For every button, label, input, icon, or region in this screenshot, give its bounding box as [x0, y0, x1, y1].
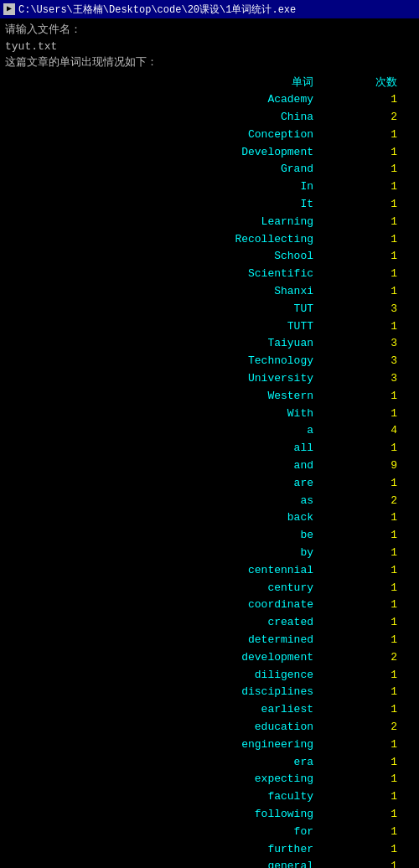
word-cell: engineering — [196, 736, 313, 754]
count-cell: 1 — [364, 266, 397, 283]
result-header: 这篇文章的单词出现情况如下： — [5, 54, 414, 71]
word-cell: Grand — [196, 161, 313, 178]
word-cell: Taiyuan — [196, 335, 313, 353]
word-cell: by — [196, 545, 313, 562]
count-cell: 3 — [364, 335, 397, 353]
table-row: education2 — [5, 719, 414, 736]
word-cell: be — [196, 527, 313, 545]
word-cell: expecting — [196, 771, 313, 788]
prompt-line: 请输入文件名： — [5, 22, 414, 39]
count-cell: 1 — [364, 440, 397, 457]
word-cell: In — [196, 178, 313, 196]
filename-text: tyut.txt — [5, 40, 57, 53]
table-row: With1 — [5, 406, 414, 423]
count-cell: 1 — [364, 701, 397, 719]
table-row: determined1 — [5, 632, 414, 649]
word-cell: education — [196, 719, 313, 736]
count-cell: 1 — [364, 597, 397, 614]
word-cell: disciplines — [196, 684, 313, 701]
count-cell: 1 — [364, 824, 397, 841]
word-cell: back — [196, 509, 313, 527]
count-cell: 1 — [364, 214, 397, 231]
table-row: It1 — [5, 196, 414, 214]
count-cell: 1 — [364, 91, 397, 109]
table-row: School1 — [5, 248, 414, 266]
count-cell: 1 — [364, 178, 397, 196]
app-icon: ▶ — [3, 3, 15, 15]
table-row: In1 — [5, 178, 414, 196]
word-cell: TUT — [196, 301, 313, 318]
count-cell: 1 — [364, 527, 397, 545]
word-cell: With — [196, 406, 313, 423]
table-row: Conception1 — [5, 127, 414, 144]
word-cell: Development — [196, 144, 313, 162]
word-cell: are — [196, 475, 313, 493]
count-cell: 1 — [364, 545, 397, 562]
table-row: by1 — [5, 545, 414, 562]
input-line: tyut.txt — [5, 39, 414, 55]
word-cell: Academy — [196, 91, 313, 109]
table-row: following1 — [5, 806, 414, 824]
word-cell: all — [196, 440, 313, 457]
prompt-text: 请输入文件名： — [5, 23, 81, 36]
word-table: 单词 次数 Academy1China2Conception1Developme… — [5, 75, 414, 869]
table-row: for1 — [5, 824, 414, 841]
table-row: Shanxi1 — [5, 283, 414, 301]
count-cell: 1 — [364, 231, 397, 249]
count-cell: 3 — [364, 353, 397, 370]
word-cell: determined — [196, 632, 313, 649]
count-cell: 1 — [364, 127, 397, 144]
count-cell: 1 — [364, 196, 397, 214]
table-row: China2 — [5, 109, 414, 127]
count-cell: 1 — [364, 161, 397, 178]
count-cell: 1 — [364, 406, 397, 423]
word-cell: Conception — [196, 127, 313, 144]
table-row: Technology3 — [5, 353, 414, 370]
word-cell: as — [196, 493, 313, 510]
table-row: earliest1 — [5, 701, 414, 719]
table-row: Recollecting1 — [5, 231, 414, 249]
count-cell: 1 — [364, 248, 397, 266]
word-cell: Shanxi — [196, 283, 313, 301]
count-cell: 1 — [364, 788, 397, 806]
count-cell: 1 — [364, 144, 397, 162]
word-cell: earliest — [196, 701, 313, 719]
count-cell: 1 — [364, 580, 397, 597]
table-row: Western1 — [5, 388, 414, 406]
table-row: faculty1 — [5, 788, 414, 806]
word-cell: and — [196, 457, 313, 475]
word-cell: faculty — [196, 788, 313, 806]
word-cell: further — [196, 841, 313, 859]
table-row: era1 — [5, 754, 414, 772]
count-cell: 2 — [364, 649, 397, 667]
word-cell: diligence — [196, 667, 313, 685]
word-cell: era — [196, 754, 313, 772]
word-cell: School — [196, 248, 313, 266]
word-cell: Technology — [196, 353, 313, 370]
count-cell: 2 — [364, 719, 397, 736]
table-row: TUTT1 — [5, 318, 414, 336]
word-rows: Academy1China2Conception1Development1Gra… — [5, 91, 414, 868]
table-row: general1 — [5, 858, 414, 868]
table-row: centennial1 — [5, 562, 414, 580]
word-cell: It — [196, 196, 313, 214]
word-cell: general — [196, 858, 313, 868]
word-cell: following — [196, 806, 313, 824]
count-cell: 1 — [364, 509, 397, 527]
word-cell: TUTT — [196, 318, 313, 336]
count-cell: 1 — [364, 806, 397, 824]
result-header-text: 这篇文章的单词出现情况如下： — [5, 56, 158, 69]
table-row: century1 — [5, 580, 414, 597]
word-cell: University — [196, 370, 313, 388]
col-header-count: 次数 — [364, 75, 397, 92]
word-cell: Recollecting — [196, 231, 313, 249]
table-row: and9 — [5, 457, 414, 475]
count-cell: 4 — [364, 422, 397, 440]
count-cell: 1 — [364, 562, 397, 580]
table-row: a4 — [5, 422, 414, 440]
table-row: Learning1 — [5, 214, 414, 231]
table-row: back1 — [5, 509, 414, 527]
count-cell: 2 — [364, 109, 397, 127]
console-body: 请输入文件名： tyut.txt 这篇文章的单词出现情况如下： 单词 次数 Ac… — [0, 18, 419, 868]
word-cell: China — [196, 109, 313, 127]
